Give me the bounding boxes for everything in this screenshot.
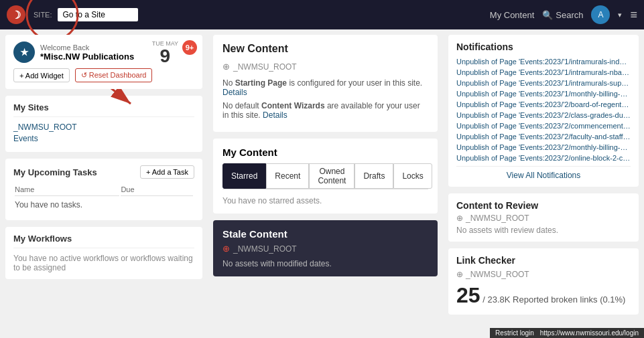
new-content-meta: ⊕ _NWMSU_ROOT — [222, 62, 428, 72]
events-link[interactable]: Events — [13, 134, 194, 143]
link-checker-site: _NWMSU_ROOT — [466, 270, 529, 279]
my-content-card: My Content Starred Recent Owned Content … — [213, 139, 438, 214]
workflows-card: My Workflows You have no active workflow… — [5, 227, 202, 279]
tasks-title: My Upcoming Tasks — [13, 167, 97, 177]
no-starred-message: You have no starred assets. — [222, 196, 428, 205]
tab-owned-content[interactable]: Owned Content — [309, 163, 355, 189]
search-icon: 🔍 — [542, 10, 553, 20]
tab-recent[interactable]: Recent — [266, 163, 309, 189]
list-item[interactable]: Unpublish of Page 'Events:2023/'2/facult… — [456, 133, 631, 141]
notifications-card: Notifications Unpublish of Page 'Events:… — [448, 35, 639, 187]
tasks-col-name: Name — [15, 185, 119, 196]
right-column: Notifications Unpublish of Page 'Events:… — [443, 29, 644, 338]
link-checker-card: Link Checker ⊕ _NWMSU_ROOT 25 / 23.8K Re… — [448, 248, 639, 315]
list-item[interactable]: Unpublish of Page 'Events:2023/'1/intram… — [456, 58, 631, 66]
list-item[interactable]: Unpublish of Page 'Events:2023/'1/monthl… — [456, 90, 631, 98]
link-checker-stat: 25 / 23.8K Reported broken links (0.1%) — [456, 283, 631, 308]
list-item[interactable]: Unpublish of Page 'Events:2023/'1/intram… — [456, 68, 631, 76]
list-item[interactable]: Unpublish of Page 'Events:2023/'2/board-… — [456, 100, 631, 108]
tasks-col-due: Due — [121, 185, 193, 196]
my-sites-card: My Sites _NWMSU_ROOT Events — [5, 96, 202, 152]
nwmsu-root-link[interactable]: _NWMSU_ROOT — [13, 122, 194, 132]
tab-drafts[interactable]: Drafts — [355, 163, 393, 189]
review-site: _NWMSU_ROOT — [466, 214, 529, 223]
left-column: ★ Welcome Back *Misc.NW Publications TUE… — [0, 29, 208, 338]
view-all-notifications-link[interactable]: View All Notifications — [456, 166, 631, 180]
avatar-dropdown-icon[interactable]: ▾ — [618, 11, 622, 19]
tab-starred[interactable]: Starred — [222, 163, 266, 189]
stale-site-name: _NWMSU_ROOT — [233, 244, 297, 254]
starting-page-details-link[interactable]: Details — [222, 88, 247, 97]
user-avatar-large: ★ — [13, 41, 35, 63]
hamburger-menu-icon[interactable]: ≡ — [630, 8, 637, 22]
content-wizards-details-link[interactable]: Details — [263, 110, 287, 120]
workflows-title: My Workflows — [13, 234, 194, 248]
app-logo: ☽ — [7, 5, 25, 24]
globe-icon: ⊕ — [222, 62, 230, 72]
list-item[interactable]: Unpublish of Page 'Events:2023/'1/intram… — [456, 79, 631, 87]
new-content-card: New Content ⊕ _NWMSU_ROOT No Starting Pa… — [213, 35, 438, 132]
table-row: You have no tasks. — [15, 197, 193, 212]
reset-dashboard-button[interactable]: ↺ Reset Dashboard — [75, 68, 153, 82]
workflows-message: You have no active workflows or workflow… — [13, 254, 194, 272]
main-content: ★ Welcome Back *Misc.NW Publications TUE… — [0, 29, 644, 338]
notifications-title: Notifications — [456, 41, 631, 52]
my-content-nav-link[interactable]: My Content — [490, 10, 534, 20]
tasks-table: Name Due You have no tasks. — [13, 184, 194, 214]
stale-content-message: No assets with modified dates. — [222, 259, 428, 268]
welcome-username: *Misc.NW Publications — [40, 52, 134, 62]
list-item[interactable]: Unpublish of Page 'Events:2023/'2/online… — [456, 154, 631, 162]
tooltip-bar: Restrict login https://www.nwmissouri.ed… — [490, 328, 644, 338]
list-item[interactable]: Unpublish of Page 'Events:2023/'2/monthl… — [456, 143, 631, 151]
welcome-date: TUE MAY 9 — [152, 40, 178, 66]
review-icon: ⊕ — [456, 214, 463, 223]
notifications-list: Unpublish of Page 'Events:2023/'1/intram… — [456, 58, 631, 162]
add-task-button[interactable]: + Add a Task — [140, 165, 194, 179]
middle-column: New Content ⊕ _NWMSU_ROOT No Starting Pa… — [208, 29, 443, 338]
review-meta: ⊕ _NWMSU_ROOT — [456, 214, 631, 223]
my-sites-title: My Sites — [13, 102, 194, 117]
tasks-card: My Upcoming Tasks + Add a Task Name Due … — [5, 159, 202, 220]
search-nav[interactable]: 🔍 Search — [542, 10, 583, 20]
nav-right: My Content 🔍 Search A ▾ ≡ — [490, 5, 637, 24]
site-label: SITE: — [34, 11, 52, 19]
link-checker-meta: ⊕ _NWMSU_ROOT — [456, 270, 631, 279]
go-to-site-input[interactable] — [58, 8, 138, 21]
content-wizards-notice: No default Content Wizards are available… — [222, 101, 428, 120]
tasks-empty-message: You have no tasks. — [15, 197, 193, 212]
user-avatar[interactable]: A — [591, 5, 610, 24]
stale-icon: ⊕ — [222, 244, 230, 254]
starting-page-notice: No Starting Page is configured for your … — [222, 78, 428, 97]
link-checker-title: Link Checker — [456, 255, 631, 266]
top-nav: ☽ SITE: My Content 🔍 Search A ▾ ≡ — [0, 0, 644, 29]
new-content-site: _NWMSU_ROOT — [233, 62, 297, 72]
my-content-card-title: My Content — [222, 147, 428, 158]
my-content-tabs: Starred Recent Owned Content Drafts Lock… — [222, 163, 428, 189]
stale-content-title: Stale Content — [222, 228, 428, 240]
content-review-card: Content to Review ⊕ _NWMSU_ROOT No asset… — [448, 193, 639, 242]
tasks-header: My Upcoming Tasks + Add a Task — [13, 165, 194, 179]
stale-content-meta: ⊕ _NWMSU_ROOT — [222, 244, 428, 254]
tab-locks[interactable]: Locks — [393, 163, 432, 189]
list-item[interactable]: Unpublish of Page 'Events:2023/'2/class-… — [456, 111, 631, 119]
notification-badge: 9+ — [182, 40, 197, 55]
review-message: No assets with review dates. — [456, 226, 631, 235]
new-content-title: New Content — [222, 43, 428, 55]
content-review-title: Content to Review — [456, 200, 631, 211]
stale-content-card: Stale Content ⊕ _NWMSU_ROOT No assets wi… — [213, 220, 438, 276]
list-item[interactable]: Unpublish of Page 'Events:2023/'2/commen… — [456, 122, 631, 130]
welcome-back-text: Welcome Back — [40, 44, 134, 52]
link-checker-icon: ⊕ — [456, 270, 463, 279]
add-widget-button[interactable]: + Add Widget — [13, 68, 70, 82]
welcome-card: ★ Welcome Back *Misc.NW Publications TUE… — [5, 35, 202, 89]
